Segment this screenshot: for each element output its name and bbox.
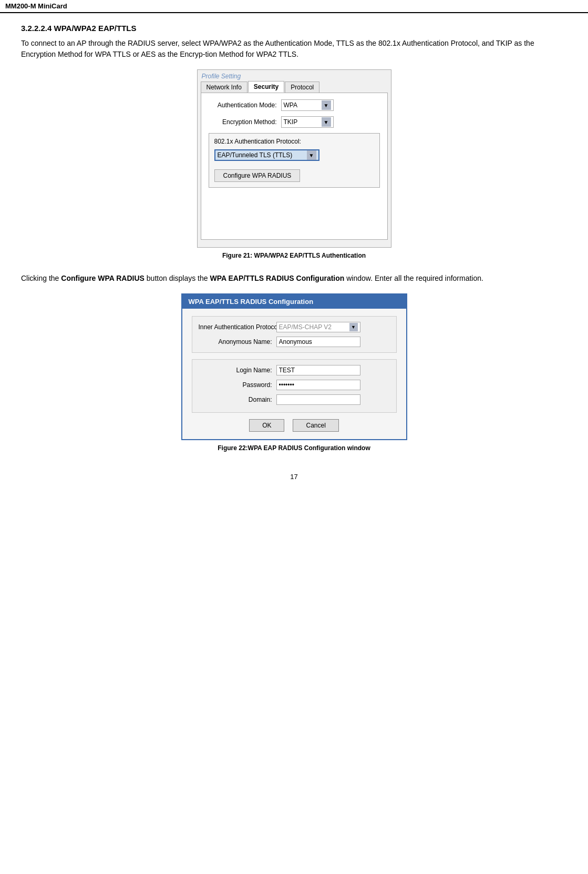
body-text-2: Clicking the Configure WPA RADIUS button… [21,273,567,284]
figure-22-caption: Figure 22:WPA EAP RADIUS Configuration w… [218,444,370,452]
enc-method-label: Encryption Method: [209,118,277,126]
enc-method-dropdown[interactable]: TKIP ▼ [281,116,334,128]
anon-name-label: Anonymous Name: [199,338,272,345]
password-label: Password: [199,381,272,389]
auth-mode-value: WPA [284,101,322,109]
inner-auth-section: 802.1x Authentication Protocol: EAP/Tunn… [209,133,380,188]
tab-content: Authentication Mode: WPA ▼ Encryption Me… [201,93,388,240]
auth-mode-arrow[interactable]: ▼ [322,100,331,110]
auth-mode-dropdown[interactable]: WPA ▼ [281,99,334,111]
radius-top-section: Inner Authentication Protocol: EAP/MS-CH… [192,316,397,353]
password-input[interactable] [276,380,360,390]
enc-method-value: TKIP [284,118,322,126]
inner-auth-protocol-dropdown[interactable]: EAP/MS-CHAP V2 ▼ [276,322,360,332]
body2-pre: Clicking the [21,274,61,282]
inner-auth-label: 802.1x Authentication Protocol: [214,138,374,145]
body2-mid: button displays the [145,274,210,282]
auth-mode-label: Authentication Mode: [209,101,277,109]
login-name-row: Login Name: [199,365,390,375]
configure-wpa-radius-button[interactable]: Configure WPA RADIUS [214,169,301,182]
domain-row: Domain: [199,394,390,405]
inner-auth-protocol-value: EAP/MS-CHAP V2 [279,323,349,331]
ok-button[interactable]: OK [249,419,284,432]
eap-value: EAP/Tunneled TLS (TTLS) [218,151,307,159]
auth-mode-row: Authentication Mode: WPA ▼ [209,99,380,111]
domain-label: Domain: [199,396,272,403]
profile-setting-dialog: Profile Setting Network Info Security Pr… [197,69,391,248]
header-title: MM200-M MiniCard [5,2,67,10]
login-name-input[interactable] [276,365,360,375]
section-body: To connect to an AP through the RADIUS s… [21,38,567,60]
cancel-button[interactable]: Cancel [293,419,338,432]
enc-method-arrow[interactable]: ▼ [322,117,331,127]
radius-title: WPA EAP/TTLS RADIUS Configuration [182,294,406,309]
radius-bottom-section: Login Name: Password: Domain: [192,359,397,413]
tab-network-info[interactable]: Network Info [201,82,247,93]
domain-input[interactable] [276,394,360,405]
body2-post: window. Enter all the required informati… [344,274,483,282]
dialog-tabs: Network Info Security Protocol [201,81,388,93]
enc-method-row: Encryption Method: TKIP ▼ [209,116,380,128]
body2-bold2: WPA EAP/TTLS RADIUS Configuration [210,274,344,282]
inner-auth-protocol-label: Inner Authentication Protocol: [199,323,272,331]
figure-21-caption: Figure 21: WPA/WPA2 EAP/TTLS Authenticat… [222,252,366,259]
eap-dropdown-arrow[interactable]: ▼ [307,150,316,160]
radius-content: Inner Authentication Protocol: EAP/MS-CH… [182,309,406,439]
anon-name-row: Anonymous Name: [199,337,390,347]
login-name-label: Login Name: [199,367,272,374]
page-number: 17 [21,473,567,491]
body2-bold1: Configure WPA RADIUS [61,274,145,282]
section-title: 3.2.2.2.4 WPA/WPA2 EAP/TTLS [21,24,567,33]
tab-protocol[interactable]: Protocol [285,82,319,93]
figure-21-container: Profile Setting Network Info Security Pr… [21,69,567,259]
radius-buttons: OK Cancel [192,419,397,432]
inner-auth-protocol-row: Inner Authentication Protocol: EAP/MS-CH… [199,322,390,332]
radius-dialog: WPA EAP/TTLS RADIUS Configuration Inner … [181,293,407,440]
password-row: Password: [199,380,390,390]
page-header: MM200-M MiniCard [0,0,588,13]
inner-auth-dropdown-arrow[interactable]: ▼ [349,323,358,331]
figure-22-container: WPA EAP/TTLS RADIUS Configuration Inner … [21,293,567,452]
tab-security[interactable]: Security [248,81,284,93]
eap-dropdown[interactable]: EAP/Tunneled TLS (TTLS) ▼ [214,149,319,161]
anon-name-input[interactable] [276,337,360,347]
dialog-title: Profile Setting [198,70,391,81]
